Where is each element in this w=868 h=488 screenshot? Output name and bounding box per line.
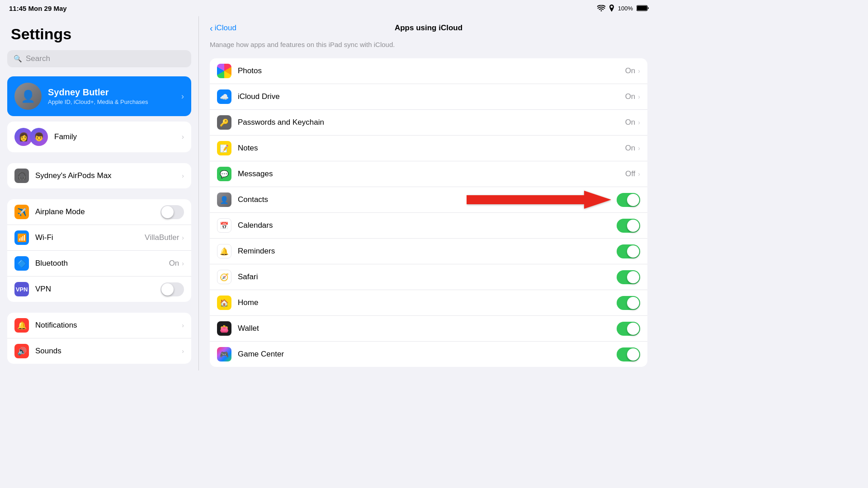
back-button[interactable]: ‹ iCloud — [210, 23, 236, 33]
content-description: Manage how apps and features on this iPa… — [199, 40, 658, 58]
app-item-photos[interactable]: Photos On › — [210, 58, 647, 84]
bluetooth-icon: 🔷 — [14, 256, 29, 271]
app-item-wallet[interactable]: 👛 Wallet — [210, 316, 647, 342]
calendars-icon: 📅 — [217, 218, 231, 233]
search-placeholder: Search — [26, 54, 50, 63]
content-nav: ‹ iCloud Apps using iCloud — [199, 16, 658, 40]
icloud-drive-label: iCloud Drive — [238, 92, 625, 101]
airpods-item[interactable]: 🎧 Sydney's AirPods Max › — [7, 163, 191, 188]
notifications-group: 🔔 Notifications › 🔊 Sounds › — [7, 313, 191, 364]
bluetooth-label: Bluetooth — [35, 259, 169, 268]
safari-toggle[interactable] — [617, 270, 640, 284]
sounds-icon: 🔊 — [14, 344, 29, 358]
sounds-chevron-icon: › — [182, 347, 184, 355]
app-item-calendars[interactable]: 📅 Calendars — [210, 213, 647, 239]
photos-value: On — [625, 66, 636, 75]
wallet-label: Wallet — [238, 324, 617, 333]
app-item-notes[interactable]: 📝 Notes On › — [210, 136, 647, 161]
airpods-label: Sydney's AirPods Max — [35, 171, 182, 180]
airpods-group: 🎧 Sydney's AirPods Max › — [7, 163, 191, 188]
sidebar-item-airplane-mode[interactable]: ✈️ Airplane Mode — [7, 199, 191, 225]
notes-icon: 📝 — [217, 141, 231, 155]
app-item-icloud-drive[interactable]: ☁️ iCloud Drive On › — [210, 84, 647, 110]
app-item-safari[interactable]: 🧭 Safari — [210, 264, 647, 290]
family-chevron-icon: › — [182, 133, 184, 141]
wifi-chevron-icon: › — [182, 234, 184, 241]
family-avatar-2: 👦 — [30, 128, 48, 146]
profile-subtitle: Apple ID, iCloud+, Media & Purchases — [48, 99, 175, 105]
home-toggle[interactable] — [617, 296, 640, 310]
sidebar-item-bluetooth[interactable]: 🔷 Bluetooth On › — [7, 251, 191, 277]
content-title: Apps using iCloud — [395, 23, 462, 33]
contacts-toggle[interactable] — [617, 193, 640, 207]
battery-icon — [637, 5, 649, 11]
app-item-reminders[interactable]: 🔔 Reminders — [210, 239, 647, 264]
app-item-home[interactable]: 🏠 Home — [210, 290, 647, 316]
vpn-icon: VPN — [14, 282, 29, 296]
passwords-chevron-icon: › — [638, 119, 640, 126]
photos-chevron-icon: › — [638, 67, 640, 75]
network-group: ✈️ Airplane Mode 📶 Wi-Fi VillaButler › 🔷… — [7, 199, 191, 302]
reminders-toggle[interactable] — [617, 244, 640, 258]
vpn-toggle[interactable] — [160, 282, 184, 296]
status-icons: 100% — [597, 5, 649, 12]
messages-label: Messages — [238, 169, 625, 178]
app-item-game-center[interactable]: 🎮 Game Center — [210, 342, 647, 367]
wallet-toggle[interactable] — [617, 322, 640, 336]
sidebar-item-notifications[interactable]: 🔔 Notifications › — [7, 313, 191, 338]
passwords-label: Passwords and Keychain — [238, 118, 625, 127]
messages-chevron-icon: › — [638, 170, 640, 178]
profile-name: Sydney Butler — [48, 87, 175, 98]
app-item-passwords[interactable]: 🔑 Passwords and Keychain On › — [210, 110, 647, 136]
home-icon: 🏠 — [217, 296, 231, 310]
notifications-label: Notifications — [35, 321, 182, 330]
calendars-toggle[interactable] — [617, 219, 640, 233]
contacts-icon: 👤 — [217, 192, 231, 207]
reminders-icon: 🔔 — [217, 244, 231, 258]
wifi-settings-icon: 📶 — [14, 230, 29, 245]
family-avatars: 👩 👦 — [14, 128, 48, 146]
airplane-mode-toggle[interactable] — [160, 205, 184, 219]
app-item-messages[interactable]: 💬 Messages Off › — [210, 161, 647, 187]
game-center-label: Game Center — [238, 350, 617, 359]
wifi-value: VillaButler — [145, 233, 179, 242]
photos-icon — [217, 64, 231, 78]
back-label: iCloud — [215, 23, 236, 33]
calendars-label: Calendars — [238, 221, 617, 230]
bluetooth-value: On — [169, 259, 179, 268]
sidebar-item-sounds[interactable]: 🔊 Sounds › — [7, 338, 191, 364]
family-card[interactable]: 👩 👦 Family › — [7, 122, 191, 152]
sidebar-item-vpn[interactable]: VPN VPN — [7, 277, 191, 302]
vpn-label: VPN — [35, 285, 160, 294]
content-area: ‹ iCloud Apps using iCloud Manage how ap… — [199, 16, 658, 371]
notifications-chevron-icon: › — [182, 322, 184, 329]
airplane-mode-label: Airplane Mode — [35, 207, 160, 216]
battery-percent: 100% — [618, 5, 633, 12]
notifications-icon: 🔔 — [14, 318, 29, 333]
back-chevron-icon: ‹ — [210, 23, 213, 33]
icloud-drive-chevron-icon: › — [638, 93, 640, 100]
icloud-drive-value: On — [625, 92, 636, 101]
sidebar-item-wifi[interactable]: 📶 Wi-Fi VillaButler › — [7, 225, 191, 251]
game-center-toggle[interactable] — [617, 347, 640, 361]
game-center-icon: 🎮 — [217, 347, 231, 361]
status-time: 11:45 Mon 29 May — [9, 5, 67, 12]
status-bar: 11:45 Mon 29 May 100% — [0, 0, 658, 16]
airpods-icon: 🎧 — [14, 169, 29, 183]
sounds-label: Sounds — [35, 347, 182, 356]
safari-icon: 🧭 — [217, 270, 231, 284]
notes-chevron-icon: › — [638, 145, 640, 152]
search-bar[interactable]: 🔍 Search — [7, 50, 191, 67]
search-icon: 🔍 — [14, 55, 22, 63]
icloud-drive-icon: ☁️ — [217, 89, 231, 104]
safari-label: Safari — [238, 272, 617, 282]
sidebar-title: Settings — [7, 25, 191, 43]
profile-card[interactable]: 👤 Sydney Butler Apple ID, iCloud+, Media… — [7, 76, 191, 116]
profile-info: Sydney Butler Apple ID, iCloud+, Media &… — [48, 87, 175, 105]
reminders-label: Reminders — [238, 247, 617, 256]
wallet-icon: 👛 — [217, 321, 231, 336]
app-item-contacts[interactable]: 👤 Contacts — [210, 187, 647, 213]
photos-label: Photos — [238, 66, 625, 75]
home-label: Home — [238, 298, 617, 307]
messages-value: Off — [625, 169, 635, 178]
